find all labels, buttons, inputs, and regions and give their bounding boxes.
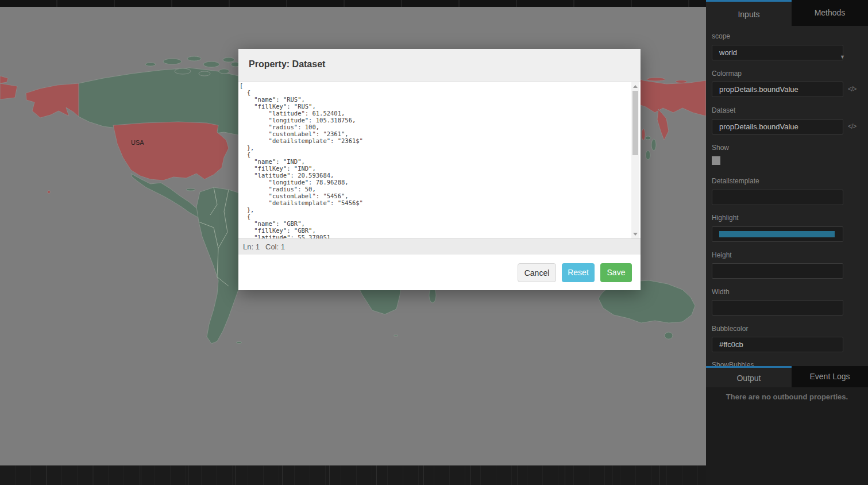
editor-scrollbar[interactable] xyxy=(631,82,639,238)
column-indicator: Col: 1 xyxy=(265,242,285,251)
show-checkbox[interactable] xyxy=(712,156,720,165)
chevron-down-icon: ▼ xyxy=(840,50,845,64)
width-label: Width xyxy=(712,288,730,296)
width-input[interactable] xyxy=(712,300,843,315)
output-empty-message: There are no outbound properties. xyxy=(706,392,868,401)
highlight-color-swatch xyxy=(719,231,835,237)
scope-select[interactable]: world ▼ xyxy=(712,45,843,60)
tab-methods[interactable]: Methods xyxy=(792,0,868,26)
output-panel: Output Event Logs There are no outbound … xyxy=(706,366,868,485)
scroll-down-icon[interactable] xyxy=(633,233,638,236)
output-tabbar: Output Event Logs xyxy=(706,366,868,387)
code-editor-content[interactable]: [ { "name": "RUS", "fillKey": "RUS", "la… xyxy=(240,82,631,238)
highlight-input[interactable] xyxy=(712,226,843,242)
tab-inputs[interactable]: Inputs xyxy=(706,0,792,26)
tab-event-logs[interactable]: Event Logs xyxy=(792,366,868,387)
modal-title: Property: Dataset xyxy=(249,59,325,70)
reset-button[interactable]: Reset xyxy=(562,263,595,282)
code-icon[interactable]: </> xyxy=(848,85,856,93)
sidebar-tabbar: Inputs Methods xyxy=(706,0,868,26)
properties-sidebar: Inputs Methods scope world ▼ Colormap </… xyxy=(706,0,868,485)
scope-label: scope xyxy=(712,32,730,40)
bottom-timeline-strip xyxy=(0,465,706,485)
show-label: Show xyxy=(712,144,729,152)
code-icon[interactable]: </> xyxy=(848,122,856,130)
usa-map-label: USA xyxy=(131,139,144,146)
cancel-button[interactable]: Cancel xyxy=(518,263,556,282)
detailstemplate-label: Detailstemplate xyxy=(712,177,759,185)
modal-header: Property: Dataset xyxy=(238,49,641,82)
detailstemplate-input[interactable] xyxy=(712,190,843,205)
colormap-input[interactable] xyxy=(712,82,843,97)
top-toolbar-strip xyxy=(0,0,706,7)
line-indicator: Ln: 1 xyxy=(243,242,260,251)
scroll-up-icon[interactable] xyxy=(633,85,638,88)
scope-select-value: world xyxy=(719,48,737,57)
property-dataset-modal: Property: Dataset [ { "name": "RUS", "fi… xyxy=(238,49,641,290)
height-input[interactable] xyxy=(712,263,843,279)
scrollbar-thumb[interactable] xyxy=(632,91,638,155)
colormap-label: Colormap xyxy=(712,70,742,78)
tab-output[interactable]: Output xyxy=(706,366,792,387)
highlight-label: Highlight xyxy=(712,214,739,222)
dataset-input[interactable] xyxy=(712,119,843,134)
editor-status-bar: Ln: 1 Col: 1 xyxy=(238,238,641,255)
save-button[interactable]: Save xyxy=(600,263,632,282)
height-label: Height xyxy=(712,251,732,259)
dataset-label: Dataset xyxy=(712,106,735,114)
dataset-code-editor[interactable]: [ { "name": "RUS", "fillKey": "RUS", "la… xyxy=(240,82,631,238)
bubblecolor-input[interactable] xyxy=(712,337,843,352)
bubblecolor-label: Bubblecolor xyxy=(712,325,748,333)
modal-footer: Cancel Reset Save xyxy=(238,255,641,290)
